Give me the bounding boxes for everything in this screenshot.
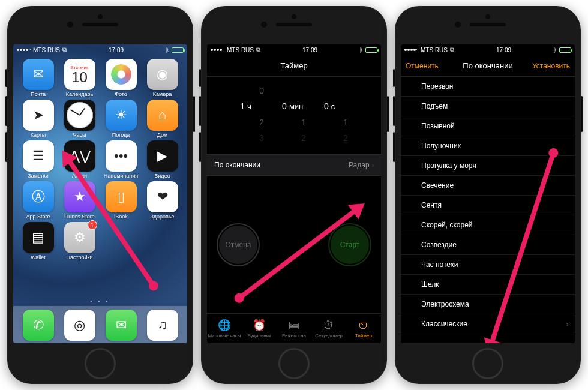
reminders-app[interactable]: •••Напоминания bbox=[102, 140, 140, 179]
chevron-right-icon: › bbox=[372, 162, 374, 169]
when-ends-value: Радар bbox=[349, 161, 370, 169]
when-timer-ends-row[interactable]: По окончании Радар› bbox=[207, 154, 381, 176]
carrier-label: MTS RUS bbox=[33, 47, 60, 53]
start-button[interactable]: Старт bbox=[331, 226, 369, 264]
notes-app[interactable]: ☰Заметки bbox=[19, 140, 57, 179]
sound-option[interactable]: Позывной bbox=[401, 116, 575, 136]
sound-option[interactable]: Подъем bbox=[401, 97, 575, 116]
nav-bar: Таймер bbox=[207, 55, 381, 77]
battery-icon bbox=[172, 47, 184, 53]
sound-option[interactable]: Час потехи bbox=[401, 255, 575, 275]
mail-app[interactable]: ✉︎Почта bbox=[19, 59, 57, 97]
clock-label: 17:09 bbox=[109, 47, 124, 53]
home-button[interactable] bbox=[85, 348, 116, 379]
camera-app[interactable]: ◉Камера bbox=[143, 59, 181, 97]
phone-frame-2: MTS RUS⧉ 17:09 ᛒ Таймер 0 1ч 23 0мин 12 … bbox=[201, 6, 387, 384]
status-bar: MTS RUS⧉ 17:09 ᛒ bbox=[207, 44, 381, 55]
home-app[interactable]: ⌂Дом bbox=[143, 100, 181, 138]
timer-screen: MTS RUS⧉ 17:09 ᛒ Таймер 0 1ч 23 0мин 12 … bbox=[207, 44, 381, 343]
phone-frame-1: MTS RUS ⧉ 17:09 ᛒ ✉︎ПочтаВторник10Календ… bbox=[7, 6, 193, 384]
home-button[interactable] bbox=[278, 348, 310, 379]
settings-app[interactable]: ⚙︎1Настройки bbox=[61, 222, 98, 260]
nav-title: Таймер bbox=[280, 61, 307, 70]
appstore-app[interactable]: ⒶApp Store bbox=[19, 181, 57, 220]
sounds-screen: MTS RUS⧉ 17:09 ᛒ Отменить По окончании У… bbox=[401, 44, 575, 343]
when-ends-label: По окончании bbox=[214, 161, 260, 169]
cancel-button[interactable]: Отмена bbox=[219, 226, 257, 264]
bluetooth-icon: ᛒ bbox=[166, 47, 169, 53]
status-bar: MTS RUS⧉ 17:09 ᛒ bbox=[401, 44, 575, 55]
time-picker[interactable]: 0 1ч 23 0мин 12 0с 12 bbox=[207, 77, 381, 154]
sound-option[interactable]: Шелк bbox=[401, 275, 575, 295]
dock: ✆◎✉︎♫ bbox=[13, 306, 187, 343]
safari-app[interactable]: ◎ bbox=[61, 310, 98, 341]
tab-bar: 🌐Мировые часы⏰Будильник🛏Режим сна⏱Секунд… bbox=[207, 313, 381, 343]
nav-bar: Отменить По окончании Установить bbox=[401, 55, 575, 77]
status-bar: MTS RUS ⧉ 17:09 ᛒ bbox=[13, 44, 187, 55]
clock-app[interactable]: Часы bbox=[61, 100, 98, 138]
photos-app[interactable]: Фото bbox=[102, 59, 140, 97]
bedtime-tab[interactable]: 🛏Режим сна bbox=[277, 314, 311, 343]
sound-option[interactable]: Созвездие bbox=[401, 235, 575, 255]
timer-tab[interactable]: ⏲Таймер bbox=[346, 314, 381, 343]
set-button[interactable]: Установить bbox=[527, 55, 575, 76]
sound-option[interactable]: Скорей, скорей bbox=[401, 215, 575, 235]
messages-app[interactable]: ✉︎ bbox=[102, 310, 140, 341]
world-clock-tab[interactable]: 🌐Мировые часы bbox=[207, 314, 242, 343]
calendar-app[interactable]: Вторник10Календарь bbox=[61, 59, 98, 97]
wallet-app[interactable]: ▤Wallet bbox=[19, 222, 57, 260]
weather-app[interactable]: ☀︎Погода bbox=[102, 100, 140, 138]
page-indicator[interactable]: • • • bbox=[13, 296, 187, 306]
cancel-button[interactable]: Отменить bbox=[401, 55, 443, 76]
health-app[interactable]: ❤︎Здоровье bbox=[143, 181, 181, 220]
stopwatch-tab[interactable]: ⏱Секундомер bbox=[311, 314, 346, 343]
maps-app[interactable]: ➤Карты bbox=[19, 100, 57, 138]
phone-app[interactable]: ✆ bbox=[19, 310, 57, 341]
nav-title: По окончании bbox=[463, 61, 512, 70]
phone-frame-3: MTS RUS⧉ 17:09 ᛒ Отменить По окончании У… bbox=[395, 6, 581, 384]
classic-sounds-row[interactable]: Классические bbox=[401, 314, 575, 334]
music-app[interactable]: ♫ bbox=[143, 310, 181, 341]
sound-option[interactable]: Перезвон bbox=[401, 77, 575, 97]
sound-option[interactable]: Сентя bbox=[401, 196, 575, 215]
sound-option[interactable]: Электросхема bbox=[401, 295, 575, 314]
alarm-tab[interactable]: ⏰Будильник bbox=[242, 314, 277, 343]
wifi-icon: ⧉ bbox=[62, 46, 67, 53]
home-screen: MTS RUS ⧉ 17:09 ᛒ ✉︎ПочтаВторник10Календ… bbox=[13, 44, 187, 343]
sound-option[interactable]: Свечение bbox=[401, 176, 575, 196]
videos-app[interactable]: ▶︎Видео bbox=[143, 140, 181, 179]
home-button[interactable] bbox=[472, 348, 503, 379]
